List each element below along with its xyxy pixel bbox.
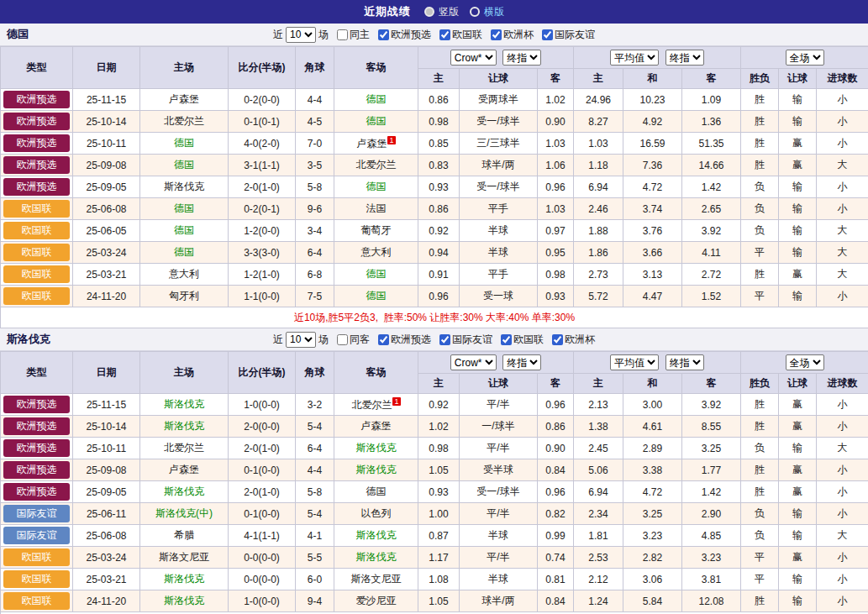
- home-team[interactable]: 斯洛伐克: [140, 569, 229, 590]
- away-team[interactable]: 德国: [334, 264, 418, 286]
- comp-checkbox[interactable]: [439, 29, 450, 40]
- average-stage-select[interactable]: 终指: [665, 50, 704, 66]
- home-team[interactable]: 卢森堡: [140, 459, 229, 481]
- avg-home: 2.12: [574, 569, 623, 590]
- home-team[interactable]: 德国: [140, 133, 229, 155]
- radio-horizontal-icon[interactable]: [470, 7, 480, 17]
- comp-filter[interactable]: 欧国联: [501, 333, 544, 347]
- away-team[interactable]: 法国: [334, 198, 418, 220]
- odds-stage-select[interactable]: 终指: [502, 354, 541, 370]
- match-row: 欧洲预选 25-11-15 斯洛伐克 1-0(0-0) 3-2 北爱尔兰1 0.…: [1, 394, 868, 416]
- away-team[interactable]: 德国: [334, 89, 418, 111]
- away-team[interactable]: 德国: [334, 176, 418, 198]
- recent-count-select[interactable]: 10: [286, 332, 316, 348]
- home-team[interactable]: 匈牙利: [140, 286, 229, 307]
- same-venue-filter[interactable]: 同客: [337, 333, 370, 347]
- away-team[interactable]: 德国: [334, 286, 418, 307]
- away-team[interactable]: 斯洛伐克: [334, 547, 418, 569]
- section-bar: 斯洛伐克 近 10 场 同客 欧洲预选 国际友谊 欧国联 欧洲杯: [0, 328, 868, 351]
- recent-count-select[interactable]: 10: [286, 27, 316, 43]
- section-slovakia: 斯洛伐克 近 10 场 同客 欧洲预选 国际友谊 欧国联 欧洲杯 类型: [0, 328, 868, 614]
- odds-stage-select[interactable]: 终指: [502, 50, 541, 66]
- avg-away: 1.52: [682, 286, 741, 307]
- away-team[interactable]: 德国: [334, 481, 418, 503]
- average-stage-select[interactable]: 终指: [665, 354, 704, 370]
- odds-away: 0.96: [538, 176, 574, 198]
- home-team[interactable]: 斯洛伐克: [140, 394, 229, 416]
- comp-filter[interactable]: 欧国联: [439, 28, 482, 42]
- odds-company-select[interactable]: Crow*: [450, 354, 497, 370]
- away-team[interactable]: 德国: [334, 111, 418, 133]
- comp-checkbox[interactable]: [439, 334, 450, 345]
- comp-filter[interactable]: 欧洲杯: [491, 28, 534, 42]
- home-team[interactable]: 北爱尔兰: [140, 438, 229, 459]
- same-venue-checkbox[interactable]: [337, 334, 348, 345]
- comp-checkbox[interactable]: [378, 29, 389, 40]
- away-team[interactable]: 北爱尔兰1: [334, 394, 418, 416]
- home-team[interactable]: 斯洛文尼亚: [140, 547, 229, 569]
- comp-filter[interactable]: 欧洲杯: [552, 333, 595, 347]
- avg-home: 1.24: [574, 590, 623, 612]
- result-handicap: 输: [779, 198, 817, 220]
- home-team[interactable]: 德国: [140, 242, 229, 264]
- away-team[interactable]: 斯洛伐克: [334, 438, 418, 459]
- away-team[interactable]: 斯洛文尼亚: [334, 569, 418, 590]
- home-team[interactable]: 斯洛伐克: [140, 481, 229, 503]
- home-team[interactable]: 卢森堡: [140, 89, 229, 111]
- home-team[interactable]: 斯洛伐克: [140, 416, 229, 438]
- home-team[interactable]: 德国: [140, 198, 229, 220]
- away-team[interactable]: 以色列: [334, 503, 418, 525]
- away-team[interactable]: 葡萄牙: [334, 220, 418, 242]
- comp-filter[interactable]: 国际友谊: [542, 28, 595, 42]
- avg-draw: 3.13: [623, 264, 682, 286]
- col-header-date: 日期: [73, 47, 140, 89]
- away-team[interactable]: 意大利: [334, 242, 418, 264]
- result-goals: 小: [817, 111, 868, 133]
- away-team[interactable]: 斯洛伐克: [334, 525, 418, 547]
- comp-checkbox[interactable]: [542, 29, 553, 40]
- col-header-score: 比分(半场): [229, 47, 296, 89]
- avg-away: 3.92: [682, 220, 741, 242]
- radio-vertical-icon[interactable]: [424, 7, 434, 17]
- away-team[interactable]: 爱沙尼亚: [334, 590, 418, 612]
- home-team[interactable]: 德国: [140, 155, 229, 176]
- average-select[interactable]: 平均值: [610, 354, 659, 370]
- scope-select[interactable]: 全场: [786, 50, 824, 66]
- odds-away: 0.95: [538, 242, 574, 264]
- col-header-avg-away: 客: [682, 374, 741, 394]
- home-team[interactable]: 斯洛伐克(中): [140, 503, 229, 525]
- home-team[interactable]: 德国: [140, 220, 229, 242]
- same-venue-checkbox[interactable]: [337, 29, 348, 40]
- handicap: 受半球: [460, 459, 538, 481]
- comp-filter[interactable]: 欧洲预选: [378, 28, 431, 42]
- comp-checkbox[interactable]: [378, 334, 389, 345]
- comp-label: 国际友谊: [555, 28, 595, 42]
- home-team[interactable]: 希腊: [140, 525, 229, 547]
- near-label: 近: [273, 28, 283, 42]
- comp-checkbox[interactable]: [491, 29, 502, 40]
- home-team[interactable]: 意大利: [140, 264, 229, 286]
- home-team[interactable]: 北爱尔兰: [140, 111, 229, 133]
- odds-home: 0.98: [418, 111, 460, 133]
- home-team[interactable]: 斯洛伐克: [140, 176, 229, 198]
- same-venue-filter[interactable]: 同主: [337, 28, 370, 42]
- home-team[interactable]: 斯洛伐克: [140, 590, 229, 612]
- comp-filter[interactable]: 国际友谊: [439, 333, 492, 347]
- layout-horizontal-label[interactable]: 横版: [484, 5, 504, 19]
- match-date: 24-11-20: [73, 590, 140, 612]
- away-team[interactable]: 北爱尔兰: [334, 155, 418, 176]
- layout-vertical-label[interactable]: 竖版: [439, 5, 459, 19]
- odds-company-select[interactable]: Crow*: [450, 50, 497, 66]
- avg-away: 2.72: [682, 264, 741, 286]
- away-team[interactable]: 卢森堡1: [334, 133, 418, 155]
- average-select[interactable]: 平均值: [610, 50, 659, 66]
- scope-select[interactable]: 全场: [786, 354, 824, 370]
- comp-checkbox[interactable]: [501, 334, 512, 345]
- comp-filter[interactable]: 欧洲预选: [378, 333, 431, 347]
- away-team[interactable]: 斯洛伐克: [334, 459, 418, 481]
- away-team[interactable]: 卢森堡: [334, 416, 418, 438]
- competition-badge: 欧洲预选: [3, 134, 70, 152]
- result-goals: 大: [817, 438, 868, 459]
- comp-checkbox[interactable]: [552, 334, 563, 345]
- odds-away: 0.84: [538, 590, 574, 612]
